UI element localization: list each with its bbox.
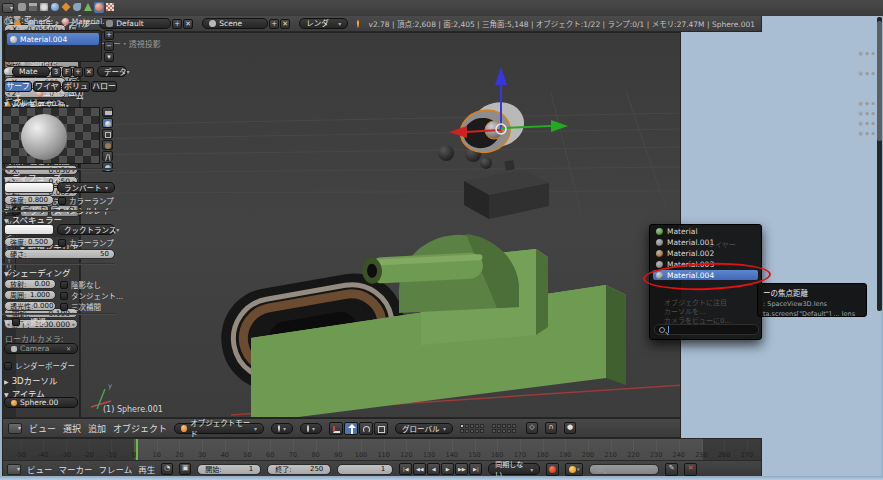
layer-square[interactable] xyxy=(512,424,516,428)
renderability-camera-icon[interactable]: ▪ xyxy=(871,50,875,56)
layer-square[interactable] xyxy=(492,429,496,433)
timeline-ruler[interactable]: -50-40-30-20-100102030405060708090100110… xyxy=(3,439,761,460)
outliner-row[interactable]: 5◉◆▪ xyxy=(0,128,883,138)
timeline-editor-type-icon[interactable] xyxy=(7,464,21,475)
visibility-eye-icon[interactable]: ◉ xyxy=(858,120,863,126)
visibility-eye-icon[interactable]: ◉ xyxy=(858,110,863,116)
layer-square[interactable] xyxy=(480,429,484,433)
visibility-eye-icon[interactable]: ◉ xyxy=(858,130,863,136)
orientation-dropdown[interactable]: グローバル▾ xyxy=(395,423,453,434)
selectability-cursor-icon[interactable]: ◆ xyxy=(865,100,869,106)
preview-range-icon[interactable]: ◔ xyxy=(161,463,173,475)
layer-square[interactable] xyxy=(475,424,479,428)
popup-search-field[interactable] xyxy=(654,324,759,335)
delete-keyframe-icon[interactable]: ✕ xyxy=(684,463,697,476)
local-camera-field[interactable]: Camera✕ xyxy=(4,343,78,354)
lock-layers-icon[interactable]: ◇ xyxy=(526,422,538,434)
selectability-cursor-icon[interactable]: ◆ xyxy=(865,50,869,56)
next-keyframe-button[interactable]: ▶▶ xyxy=(455,463,468,475)
layer-square[interactable] xyxy=(507,429,511,433)
manipulator-rotate-icon[interactable] xyxy=(359,422,373,435)
outliner-row[interactable]: Sphere xyxy=(0,58,883,68)
render-border-row[interactable]: レンダーボーダー xyxy=(4,360,75,371)
outliner-row[interactable]: モディファイアー xyxy=(0,18,883,28)
insert-keyframe-icon[interactable]: ✎ xyxy=(665,463,678,476)
layer-square[interactable] xyxy=(470,424,474,428)
render-border-checkbox[interactable] xyxy=(4,362,12,370)
current-frame-field[interactable]: 1 xyxy=(337,464,393,475)
outliner-row[interactable]: Material.0 xyxy=(0,88,883,98)
viewport-menu-add[interactable]: 追加 xyxy=(88,422,106,435)
selectability-cursor-icon[interactable]: ◆ xyxy=(865,120,869,126)
selectability-cursor-icon[interactable]: ◆ xyxy=(865,70,869,76)
viewport-menu-object[interactable]: オブジェクト xyxy=(113,422,167,435)
manipulator-scale-icon[interactable] xyxy=(374,422,388,435)
viewport-menu-view[interactable]: ビュー xyxy=(29,422,56,435)
keying-set-type-dropdown[interactable]: ▾ xyxy=(565,463,583,476)
layer-square[interactable] xyxy=(465,424,469,428)
jump-to-end-button[interactable]: ▶| xyxy=(469,463,482,475)
render-opengl-icon[interactable]: ● xyxy=(564,422,576,434)
visibility-eye-icon[interactable]: ◉ xyxy=(858,70,863,76)
material-menu-item[interactable]: Material xyxy=(653,226,758,236)
frame-end-field[interactable]: 終了:250 xyxy=(267,464,331,475)
timeline-menu-marker[interactable]: マーカー xyxy=(59,463,93,475)
layer-square[interactable] xyxy=(507,424,511,428)
layer-square[interactable] xyxy=(512,429,516,433)
renderability-camera-icon[interactable]: ▪ xyxy=(871,120,875,126)
layer-square[interactable] xyxy=(460,429,464,433)
visibility-eye-icon[interactable]: ◉ xyxy=(858,100,863,106)
layer-square[interactable] xyxy=(497,424,501,428)
layer-square[interactable] xyxy=(497,429,501,433)
layer-square[interactable] xyxy=(470,429,474,433)
timeline-menu-view[interactable]: ビュー xyxy=(27,463,53,475)
layer-square[interactable] xyxy=(465,429,469,433)
viewport-editor-type-icon[interactable] xyxy=(8,423,22,434)
layer-square[interactable] xyxy=(502,429,506,433)
material-menu-item[interactable]: Material.001 xyxy=(653,237,758,247)
material-menu-item[interactable]: Material.002 xyxy=(653,248,758,258)
manipulator-translate-icon[interactable] xyxy=(344,422,358,435)
layer-square[interactable] xyxy=(492,424,496,428)
play-reverse-button[interactable]: ◀ xyxy=(427,463,440,475)
timeline-menu-frame[interactable]: フレーム xyxy=(99,463,133,475)
play-button[interactable]: ▶ xyxy=(441,463,454,475)
sync-dropdown[interactable]: 同期しない▾ xyxy=(488,463,540,475)
keying-set-field[interactable] xyxy=(589,464,659,475)
frame-lock-icon[interactable]: ▣ xyxy=(179,463,191,475)
layer-square[interactable] xyxy=(480,424,484,428)
shading-dropdown[interactable]: ▾ xyxy=(271,423,293,434)
frame-start-field[interactable]: 開始:1 xyxy=(197,464,261,475)
manipulator-axes-icon[interactable] xyxy=(329,422,343,435)
item-name-field[interactable]: Sphere.00 xyxy=(4,397,78,406)
outliner-row[interactable]: Sphere.001 xyxy=(0,78,883,88)
viewport-menu-select[interactable]: 選択 xyxy=(63,422,81,435)
timeline-playhead[interactable] xyxy=(136,439,138,460)
selectability-cursor-icon[interactable]: ◆ xyxy=(865,110,869,116)
outliner-row[interactable]: Sphere.002◉◆▪ xyxy=(0,68,883,78)
layer-square[interactable] xyxy=(502,424,506,428)
renderability-camera-icon[interactable]: ▪ xyxy=(871,130,875,136)
jump-to-start-button[interactable]: |◀ xyxy=(399,463,412,475)
outliner-row[interactable]: Cylinder.007◉◆▪ xyxy=(0,98,883,108)
outliner-row[interactable]: Sphere.002 xyxy=(0,28,883,38)
visibility-eye-icon[interactable]: ◉ xyxy=(858,50,863,56)
selectability-cursor-icon[interactable]: ◆ xyxy=(865,130,869,136)
snap-magnet-icon[interactable]: ∩ xyxy=(545,422,557,434)
pivot-dropdown[interactable]: ▾ xyxy=(300,423,322,434)
outliner-row[interactable]: 1◉◆▪ xyxy=(0,108,883,118)
cursor-3d-header[interactable]: 3Dカーソル xyxy=(4,374,78,386)
renderability-camera-icon[interactable]: ▪ xyxy=(871,110,875,116)
layer-grid[interactable] xyxy=(460,424,519,433)
timeline-menu-playback[interactable]: 再生 xyxy=(138,463,155,475)
outliner-row[interactable]: Sphere.001◉◆▪ xyxy=(0,48,883,58)
renderability-camera-icon[interactable]: ▪ xyxy=(871,100,875,106)
prev-keyframe-button[interactable]: ◀◀ xyxy=(413,463,426,475)
layer-square[interactable] xyxy=(475,429,479,433)
renderability-camera-icon[interactable]: ▪ xyxy=(871,70,875,76)
auto-keyframe-button[interactable] xyxy=(546,463,559,476)
outliner-row[interactable]: 2◉◆▪ xyxy=(0,118,883,128)
mode-dropdown[interactable]: オブジェクトモード▾ xyxy=(174,423,264,434)
layer-square[interactable] xyxy=(460,424,464,428)
outliner-row[interactable]: Material.004 xyxy=(0,38,883,48)
